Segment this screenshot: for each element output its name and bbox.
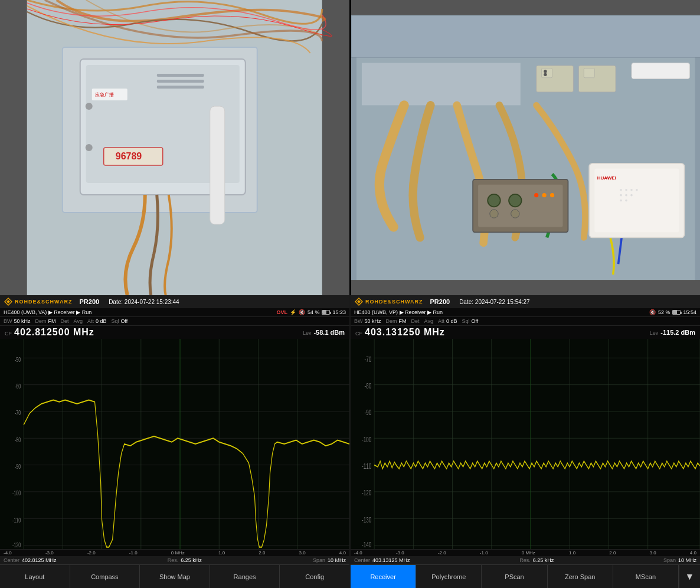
left-rs-logo: ROHDE&SCHWARZ [4,297,73,306]
left-params-bar: BW 50 kHz Dem FM Det Avg Att 0 dB Sql Of… [0,316,349,326]
right-freq-tick-6: 2.0 [609,550,616,556]
svg-text:-100: -100 [12,489,21,497]
left-att-param: Att 0 dB [87,318,107,324]
right-span-val: 10 MHz [678,557,696,563]
right-freq-axis: -4.0 -3.0 -2.0 -1.0 0 MHz 1.0 2.0 3.0 4.… [351,549,700,556]
polychrome-button[interactable]: Polychrome [416,565,482,588]
left-status-left: HE400 (UWB, VA) ▶ Receiver ▶ Run [4,309,91,315]
right-freq-tick-3: -1.0 [480,550,488,556]
show-map-button[interactable]: Show Map [140,565,210,588]
left-model-text: PR200 [80,298,100,305]
right-att-val: 0 dB [446,318,457,324]
svg-rect-4 [157,74,204,77]
layout-button[interactable]: Layout [0,565,70,588]
left-cf-bar: CF 402.812500 MHz Lev -58.1 dBm [0,326,349,339]
right-det-param: Det [411,318,420,324]
left-att-label: Att [87,318,94,324]
zero-span-button[interactable]: Zero Span [548,565,613,588]
left-center-val: 402.8125 MHz [22,557,57,563]
svg-rect-78 [351,339,700,549]
right-toolbar: Receiver Polychrome PScan Zero Span MSca… [351,564,700,588]
left-lightning: ⚡ [290,309,296,315]
right-det-label: Det [411,318,420,324]
svg-text:-80: -80 [365,381,372,390]
right-avg-label: Avg [424,318,433,324]
svg-rect-6 [157,86,204,89]
left-panel-header: ROHDE&SCHWARZ PR200 Date: 2024-07-22 15:… [0,295,349,308]
left-freq-tick-4: 0 MHz [171,550,185,556]
left-sql-val: Off [120,318,127,324]
svg-text:-70: -70 [365,355,372,363]
left-lev-value: -58.1 dBm [313,329,345,336]
svg-text:-120: -120 [362,488,371,496]
svg-text:-130: -130 [362,515,371,524]
svg-point-39 [630,189,633,191]
right-sql-param: Sql Off [462,318,478,324]
left-freq-tick-6: 2.0 [259,550,265,556]
svg-text:-110: -110 [362,462,371,470]
left-det-param: Det [61,318,69,324]
left-span-info: Span 10 MHz [313,557,346,563]
left-dem-param: Dem FM [35,318,56,324]
svg-text:-50: -50 [15,355,21,363]
mscan-button[interactable]: MScan [613,565,679,588]
left-sql-label: Sql [111,318,119,324]
right-dem-param: Dem FM [386,318,407,324]
left-center-info: Center 402.8125 MHz [4,557,57,563]
svg-text:-100: -100 [362,435,371,443]
right-freq-tick-8: 4.0 [690,550,696,556]
right-avg-param: Avg [424,318,433,324]
svg-point-38 [625,189,627,191]
svg-point-12 [86,144,93,151]
right-dem-val: FM [399,318,407,324]
left-res-info: Res. 6.25 kHz [168,557,202,563]
left-bw-label: BW [4,318,12,324]
left-cf-value: 402.812500 MHz [14,327,94,338]
svg-point-30 [511,210,519,218]
right-brand-text: ROHDE&SCHWARZ [365,299,423,305]
more-button[interactable]: ▼ [679,565,700,588]
right-sql-val: Off [471,318,478,324]
left-span-label: Span [313,557,325,563]
svg-text:-140: -140 [362,540,371,548]
right-freq-tick-0: -4.0 [354,550,362,556]
left-dem-label: Dem [35,318,47,324]
svg-point-40 [636,189,638,191]
config-button[interactable]: Config [280,565,349,588]
right-lev-value: -115.2 dBm [660,329,695,336]
left-det-label: Det [61,318,69,324]
right-freq-tick-5: 1.0 [569,550,575,556]
receiver-button[interactable]: Receiver [351,565,416,588]
left-vol-pct: 54 % [308,309,320,315]
right-bw-label: BW [354,318,363,324]
right-freq-tick-1: -3.0 [396,550,404,556]
right-status-text: HE400 (UWB, VP) ▶ Receiver ▶ Run [354,309,443,315]
svg-point-20 [544,70,547,73]
left-battery-fill [322,311,326,314]
svg-rect-13 [210,106,225,224]
svg-rect-19 [541,68,552,78]
svg-rect-24 [631,63,689,79]
compass-button[interactable]: Compass [70,565,140,588]
analyzer-row: ROHDE&SCHWARZ PR200 Date: 2024-07-22 15:… [0,295,700,588]
svg-text:-80: -80 [15,436,21,443]
ranges-button[interactable]: Ranges [210,565,280,588]
right-freq-tick-7: 3.0 [650,550,656,556]
right-params-bar: BW 50 kHz Dem FM Det Avg Att 0 dB Sql Of… [351,316,700,326]
left-freq-tick-3: -1.0 [129,550,138,556]
photo-row: 应急广播 96789 [0,0,700,295]
left-analyzer-panel: ROHDE&SCHWARZ PR200 Date: 2024-07-22 15:… [0,295,351,588]
pscan-button[interactable]: PScan [482,565,547,588]
svg-point-41 [620,194,622,197]
right-lev-label: Lev [650,330,659,336]
svg-point-42 [625,194,627,197]
svg-rect-15 [351,15,701,58]
svg-rect-49 [0,339,349,549]
left-lev-label: Lev [303,330,312,336]
left-toolbar: Layout Compass Show Map Ranges Config [0,564,349,588]
right-att-param: Att 0 dB [438,318,457,324]
left-freq-tick-5: 1.0 [218,550,225,556]
left-freq-tick-1: -3.0 [45,550,54,556]
svg-text:应急广播: 应急广播 [95,92,114,97]
svg-point-37 [620,189,622,191]
